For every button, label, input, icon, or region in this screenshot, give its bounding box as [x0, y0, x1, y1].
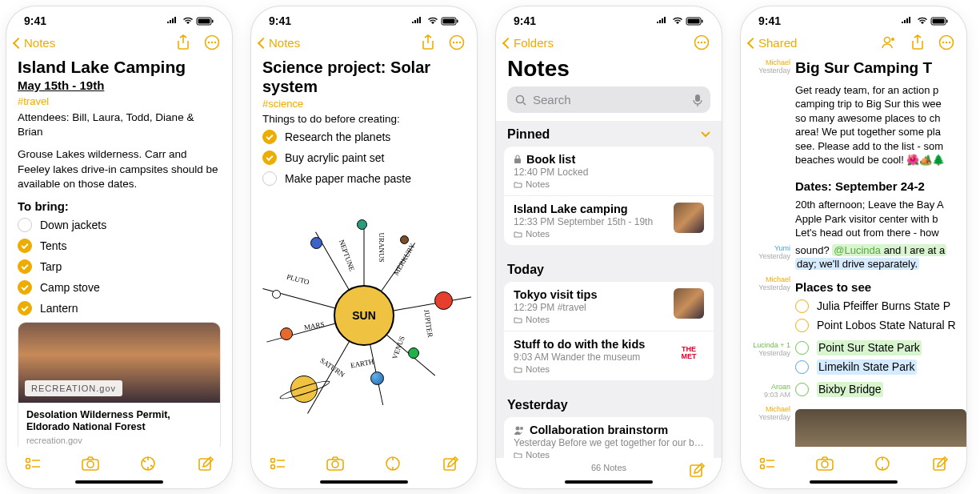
more-icon[interactable] [448, 34, 466, 51]
item-folder: Notes [514, 450, 704, 458]
back-button[interactable]: Shared [749, 36, 797, 50]
link-preview-card[interactable]: RECREATION.gov Desolation Wilderness Per… [18, 322, 221, 447]
check-icon[interactable] [18, 218, 32, 232]
check-icon[interactable] [262, 130, 277, 144]
note-list-item[interactable]: Book list12:40 PM LockedNotes [504, 147, 714, 196]
share-icon[interactable] [419, 34, 437, 51]
phone-screen-3: 9:41 Folders Notes Search Pinned Book [496, 6, 722, 488]
svg-rect-35 [514, 159, 521, 163]
check-icon[interactable] [262, 171, 277, 186]
place-item[interactable]: Limekiln State Park [795, 359, 966, 375]
svg-rect-27 [688, 18, 700, 23]
camera-icon[interactable] [326, 455, 344, 472]
more-icon[interactable] [693, 34, 710, 51]
item-subtitle: 9:03 AM Wander the museum [514, 351, 666, 363]
note-list-item[interactable]: Tokyo visit tips12:29 PM #travelNotes [504, 282, 714, 331]
note-list-item[interactable]: Stuff to do with the kids9:03 AM Wander … [504, 331, 714, 380]
ring-icon[interactable] [795, 319, 809, 332]
check-icon[interactable] [18, 280, 32, 295]
back-label: Notes [269, 36, 300, 50]
bottom-toolbar [6, 447, 232, 477]
notes-count-footer: 66 Notes [496, 458, 722, 477]
svg-point-23 [332, 461, 338, 468]
item-title: Stuff to do with the kids [514, 338, 645, 351]
mic-icon[interactable] [693, 94, 702, 106]
note-thumbnail [674, 203, 704, 233]
check-icon[interactable] [18, 259, 32, 274]
ring-icon[interactable] [795, 341, 809, 355]
status-bar: 9:41 [496, 6, 722, 29]
share-icon[interactable] [174, 34, 192, 51]
home-indicator[interactable] [565, 480, 653, 484]
attached-image[interactable] [795, 409, 966, 447]
home-indicator[interactable] [810, 480, 898, 484]
checklist-item[interactable]: Buy acrylic paint set [262, 151, 466, 165]
check-icon[interactable] [18, 301, 32, 315]
checklist-item[interactable]: Tents [18, 239, 221, 253]
link-badge: RECREATION.gov [25, 380, 122, 396]
notes-list: Search Pinned Book list12:40 PM LockedNo… [496, 86, 722, 458]
checklist-icon[interactable] [758, 455, 776, 472]
svg-point-47 [949, 42, 950, 43]
ring-icon[interactable] [795, 383, 809, 396]
share-icon[interactable] [909, 34, 926, 51]
svg-point-4 [208, 42, 210, 43]
check-icon[interactable] [18, 239, 32, 253]
section-pinned[interactable]: Pinned [496, 121, 722, 147]
note-tag[interactable]: #travel [18, 95, 221, 107]
place-item[interactable]: Bixby Bridge [795, 382, 966, 397]
markup-icon[interactable] [384, 455, 402, 472]
place-item[interactable]: Point Lobos State Natural R [795, 318, 966, 333]
back-label: Shared [758, 36, 797, 50]
compose-icon[interactable] [442, 455, 459, 472]
status-time: 9:41 [514, 14, 536, 27]
author-meta: MichaelYesterday [746, 404, 790, 447]
back-button[interactable]: Folders [504, 36, 554, 50]
author-meta: MichaelYesterday [746, 58, 790, 240]
check-label: Make paper mache paste [285, 172, 411, 185]
checklist-item[interactable]: Tarp [18, 259, 221, 274]
compose-icon[interactable] [931, 455, 949, 472]
checklist-item[interactable]: Make paper mache paste [262, 171, 466, 186]
ring-icon[interactable] [795, 299, 809, 313]
checklist-item[interactable]: Camp stove [18, 280, 221, 295]
checklist-icon[interactable] [269, 455, 286, 472]
camera-icon[interactable] [82, 455, 99, 472]
check-icon[interactable] [262, 151, 277, 165]
place-item[interactable]: Point Sur State Park [795, 340, 966, 355]
home-indicator[interactable] [75, 480, 163, 484]
more-icon[interactable] [203, 34, 221, 51]
item-title: Tokyo visit tips [514, 288, 597, 301]
back-button[interactable]: Notes [259, 36, 300, 50]
search-input[interactable]: Search [507, 86, 710, 113]
compose-icon[interactable] [688, 461, 706, 479]
checklist-item[interactable]: Down jackets [18, 218, 221, 232]
note-list-item[interactable]: Collaboration brainstormYesterday Before… [504, 417, 714, 458]
camera-icon[interactable] [816, 455, 834, 472]
status-bar: 9:41 [251, 6, 477, 29]
mention[interactable]: @Lucinda [834, 244, 881, 256]
compose-icon[interactable] [197, 455, 214, 472]
back-label: Notes [24, 36, 55, 50]
item-title: Island Lake camping [514, 203, 628, 215]
note-tag[interactable]: #science [262, 98, 466, 110]
svg-point-31 [701, 42, 702, 43]
author-meta: MichaelYesterday [746, 275, 790, 337]
markup-icon[interactable] [874, 455, 891, 472]
checklist-item[interactable]: Research the planets [262, 130, 466, 144]
more-icon[interactable] [938, 34, 955, 51]
note-list-item[interactable]: Island Lake camping12:33 PM September 15… [504, 196, 714, 245]
item-subtitle: 12:29 PM #travel [514, 302, 666, 313]
checklist-icon[interactable] [24, 455, 42, 472]
ring-icon[interactable] [795, 360, 809, 374]
svg-point-20 [271, 459, 275, 463]
back-button[interactable]: Notes [14, 36, 55, 50]
checklist-item[interactable]: Lantern [18, 301, 221, 315]
place-label: Julia Pfeiffer Burns State P [817, 299, 950, 314]
check-label: Camp stove [40, 281, 100, 294]
home-indicator[interactable] [320, 480, 408, 484]
collaborate-icon[interactable] [880, 34, 898, 51]
phone-screen-2: 9:41 Notes Science project: Solar system… [251, 6, 477, 488]
markup-icon[interactable] [139, 455, 157, 472]
place-item[interactable]: Julia Pfeiffer Burns State P [795, 299, 966, 314]
